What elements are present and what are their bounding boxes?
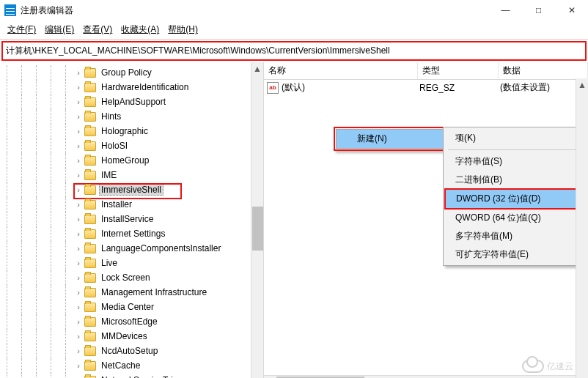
folder-icon <box>84 259 96 268</box>
scroll-thumb[interactable] <box>252 207 263 251</box>
address-bar[interactable]: 计算机\HKEY_LOCAL_MACHINE\SOFTWARE\Microsof… <box>1 41 587 61</box>
tree-label: MMDevices <box>99 330 150 342</box>
expand-icon[interactable]: › <box>73 273 84 282</box>
title-bar: 注册表编辑器 — □ ✕ <box>0 0 588 21</box>
folder-icon <box>84 346 96 356</box>
menu-favorites[interactable]: 收藏夹(A) <box>118 22 162 37</box>
scroll-down-icon[interactable]: ▼ <box>576 375 588 378</box>
expand-icon[interactable]: › <box>73 259 84 267</box>
tree-item-media-center[interactable]: ›Media Center <box>0 300 263 314</box>
expand-icon[interactable]: › <box>73 97 84 106</box>
folder-icon <box>84 273 96 283</box>
expand-icon[interactable]: › <box>73 215 84 223</box>
close-button[interactable]: ✕ <box>555 0 588 21</box>
tree-item-mmdevices[interactable]: ›MMDevices <box>0 329 263 344</box>
tree-label: HardwareIdentification <box>99 81 191 93</box>
ctx-string[interactable]: 字符串值(S) <box>445 152 580 171</box>
expand-icon[interactable]: › <box>73 127 84 136</box>
tree-item-ime[interactable]: ›IME <box>0 168 263 182</box>
expand-icon[interactable]: › <box>73 83 84 92</box>
expand-icon[interactable]: › <box>73 200 84 209</box>
tree-label: HomeGroup <box>99 155 151 166</box>
tree-label: NetCache <box>99 360 142 371</box>
tree-item-microsoftedge[interactable]: ›MicrosoftEdge <box>0 314 263 329</box>
window-title: 注册表编辑器 <box>21 4 489 17</box>
string-value-icon: ab <box>267 82 279 94</box>
tree-item-hints[interactable]: ›Hints <box>0 109 263 124</box>
folder-icon <box>84 127 96 136</box>
column-type[interactable]: 类型 <box>418 62 499 79</box>
ctx-expand[interactable]: 可扩充字符串值(E) <box>445 245 580 264</box>
menu-edit[interactable]: 编辑(E) <box>42 22 77 37</box>
tree-item-networkservicetriggers[interactable]: ›NetworkServiceTriggers <box>0 373 263 378</box>
expand-icon[interactable]: › <box>73 171 84 179</box>
folder-icon <box>84 68 96 78</box>
scroll-down-icon[interactable]: ▼ <box>251 375 263 378</box>
folder-icon <box>84 303 96 312</box>
expand-icon[interactable]: › <box>73 229 84 238</box>
expand-icon[interactable]: › <box>73 303 84 311</box>
folder-icon <box>84 185 96 195</box>
ctx-multi[interactable]: 多字符串值(M) <box>445 227 580 245</box>
expand-icon[interactable]: › <box>73 288 84 297</box>
list-scrollbar-h[interactable]: ◀ ▶ <box>264 375 576 378</box>
expand-icon[interactable]: › <box>73 112 84 121</box>
expand-icon[interactable]: › <box>73 332 84 341</box>
expand-icon[interactable]: › <box>73 68 84 77</box>
maximize-button[interactable]: □ <box>522 0 555 21</box>
value-data: (数值未设置) <box>500 81 588 94</box>
folder-icon <box>84 97 96 107</box>
expand-icon[interactable]: › <box>73 244 84 253</box>
tree-item-internet-settings[interactable]: ›Internet Settings <box>0 226 263 241</box>
tree-item-group-policy[interactable]: ›Group Policy <box>0 65 263 80</box>
minimize-button[interactable]: — <box>489 0 522 21</box>
tree-item-holographic[interactable]: ›Holographic <box>0 124 263 138</box>
tree-item-live[interactable]: ›Live <box>0 256 263 270</box>
expand-icon[interactable]: › <box>73 346 84 355</box>
tree-item-lock-screen[interactable]: ›Lock Screen <box>0 270 263 285</box>
ctx-binary[interactable]: 二进制值(B) <box>445 171 580 189</box>
menu-bar: 文件(F) 编辑(E) 查看(V) 收藏夹(A) 帮助(H) <box>0 21 588 40</box>
ctx-dword[interactable]: DWORD (32 位)值(D) <box>444 188 581 210</box>
tree-scrollbar[interactable]: ▲ ▼ <box>251 62 263 378</box>
tree-item-homegroup[interactable]: ›HomeGroup <box>0 153 263 168</box>
ctx-qword[interactable]: QWORD (64 位)值(Q) <box>445 209 580 227</box>
tree-item-ncdautosetup[interactable]: ›NcdAutoSetup <box>0 344 263 358</box>
expand-icon[interactable]: › <box>73 141 84 150</box>
tree-item-management-infrastructure[interactable]: ›Management Infrastructure <box>0 285 263 300</box>
column-data[interactable]: 数据 <box>499 62 588 79</box>
ctx-key[interactable]: 项(K) <box>445 129 580 147</box>
tree-label: Internet Settings <box>99 228 167 240</box>
expand-icon[interactable]: › <box>73 156 84 165</box>
menu-help[interactable]: 帮助(H) <box>165 22 201 37</box>
window-controls: — □ ✕ <box>489 0 588 21</box>
scroll-up-icon[interactable]: ▲ <box>576 78 588 91</box>
tree-item-netcache[interactable]: ›NetCache <box>0 358 263 373</box>
folder-icon <box>84 376 96 379</box>
tree-label: HoloSI <box>99 140 130 152</box>
folder-icon <box>84 83 96 92</box>
list-scrollbar-v[interactable]: ▲ ▼ <box>576 78 588 378</box>
watermark-text: 亿速云 <box>547 360 573 373</box>
expand-icon[interactable]: › <box>73 361 84 370</box>
folder-icon <box>84 112 96 122</box>
tree-label: MicrosoftEdge <box>99 316 160 327</box>
registry-tree[interactable]: ›Group Policy›HardwareIdentification›Hel… <box>0 62 264 378</box>
folder-icon <box>84 229 96 239</box>
tree-item-holosi[interactable]: ›HoloSI <box>0 138 263 153</box>
tree-item-helpandsupport[interactable]: ›HelpAndSupport <box>0 94 263 109</box>
cloud-icon <box>522 360 544 373</box>
menu-view[interactable]: 查看(V) <box>80 22 115 37</box>
tree-label: IME <box>99 169 119 181</box>
list-row-default[interactable]: ab (默认) REG_SZ (数值未设置) <box>264 80 588 95</box>
tree-label: Holographic <box>99 125 150 137</box>
tree-item-installservice[interactable]: ›InstallService <box>0 212 263 226</box>
tree-item-languagecomponentsinstaller[interactable]: ›LanguageComponentsInstaller <box>0 241 263 256</box>
column-name[interactable]: 名称 <box>264 62 418 79</box>
tree-item-installer[interactable]: ›Installer <box>0 197 263 212</box>
ctx-new[interactable]: 新建(N) ▶ <box>337 130 459 148</box>
tree-item-hardwareidentification[interactable]: ›HardwareIdentification <box>0 80 263 94</box>
menu-file[interactable]: 文件(F) <box>4 22 39 37</box>
scroll-up-icon[interactable]: ▲ <box>251 62 263 75</box>
expand-icon[interactable]: › <box>73 317 84 326</box>
